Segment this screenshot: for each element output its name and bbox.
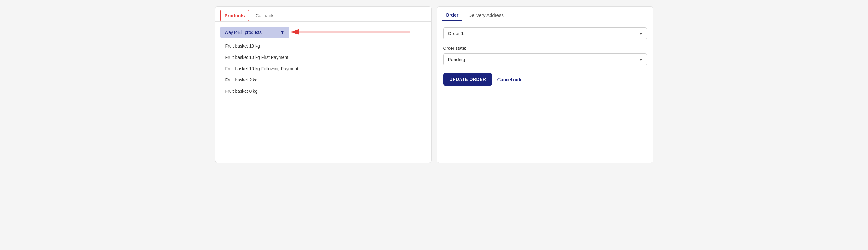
product-item[interactable]: Fruit basket 10 kg Following Payment xyxy=(220,63,426,74)
dropdown-arrow-icon: ▼ xyxy=(280,30,285,35)
update-order-button[interactable]: UPDATE ORDER xyxy=(443,73,492,86)
left-panel-content: WayToBill products ▼ Fruit basket 10 kg … xyxy=(215,22,431,102)
order-select-wrapper: Order 1 Order 2 Order 3 ▼ xyxy=(443,27,647,39)
product-item[interactable]: Fruit basket 10 kg xyxy=(220,40,426,52)
right-panel: Order Delivery Address Order 1 Order 2 O… xyxy=(437,6,653,163)
state-select[interactable]: Pending Processing Completed Cancelled xyxy=(443,53,647,65)
product-item[interactable]: Fruit basket 8 kg xyxy=(220,86,426,97)
left-tabs-header: Products Callback xyxy=(215,7,431,22)
waytobill-products-dropdown[interactable]: WayToBill products ▼ xyxy=(220,27,289,38)
order-state-label: Order state: xyxy=(443,46,647,51)
tab-order[interactable]: Order xyxy=(442,10,462,21)
product-item[interactable]: Fruit basket 2 kg xyxy=(220,74,426,86)
tab-callback[interactable]: Callback xyxy=(252,10,278,21)
product-item[interactable]: Fruit basket 10 kg First Payment xyxy=(220,52,426,63)
product-list: Fruit basket 10 kg Fruit basket 10 kg Fi… xyxy=(220,40,426,97)
cancel-order-button[interactable]: Cancel order xyxy=(497,77,524,82)
action-buttons: UPDATE ORDER Cancel order xyxy=(443,73,647,86)
right-tabs-header: Order Delivery Address xyxy=(437,7,653,21)
arrow-annotation xyxy=(288,27,413,37)
tab-delivery-address[interactable]: Delivery Address xyxy=(465,10,507,20)
left-panel: Products Callback WayToBill products ▼ xyxy=(215,6,432,163)
main-container: Products Callback WayToBill products ▼ xyxy=(215,6,653,163)
dropdown-selected-label: WayToBill products xyxy=(225,30,262,35)
state-select-wrapper: Pending Processing Completed Cancelled ▼ xyxy=(443,53,647,65)
tab-products[interactable]: Products xyxy=(220,10,249,21)
order-select[interactable]: Order 1 Order 2 Order 3 xyxy=(443,27,647,39)
right-panel-content: Order 1 Order 2 Order 3 ▼ Order state: P… xyxy=(437,21,653,92)
